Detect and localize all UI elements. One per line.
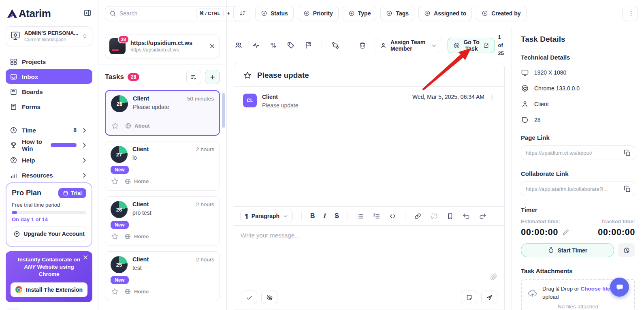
- sidebar-collapse-icon[interactable]: [83, 9, 92, 19]
- star-icon[interactable]: [111, 232, 119, 241]
- activity-icon[interactable]: [252, 41, 260, 49]
- install-extension-button[interactable]: Install The Extension: [11, 282, 87, 297]
- copy-icon[interactable]: [623, 185, 631, 193]
- wordpress-icon: W: [453, 42, 460, 49]
- unlink-button[interactable]: [430, 212, 438, 220]
- workspace-selector[interactable]: ADMIN'S PERSONA... Current Workspace: [6, 26, 92, 46]
- search-input[interactable]: [119, 10, 193, 17]
- star-icon[interactable]: [111, 122, 119, 130]
- internal-note-toggle-button[interactable]: [261, 291, 277, 304]
- sidebar-item-how-to-win[interactable]: How to Win: [6, 138, 92, 152]
- attach-file-icon[interactable]: [490, 273, 498, 281]
- add-task-button[interactable]: [205, 70, 220, 84]
- sidebar-item-inbox[interactable]: Inbox: [6, 69, 92, 84]
- sidebar-item-help[interactable]: Help: [6, 153, 92, 167]
- task-avatar: 26: [111, 201, 128, 218]
- workspace-name: ADMIN'S PERSONA...: [24, 30, 78, 36]
- page-link-input[interactable]: [526, 150, 620, 156]
- redo-button[interactable]: [479, 212, 486, 220]
- task-list-scrollbar[interactable]: [222, 93, 225, 128]
- task-age: 2 hours: [196, 257, 214, 263]
- promo-text: Instantly Collaborate on ANY Website usi…: [11, 256, 87, 278]
- how-to-win-progress-bar: [51, 143, 77, 147]
- workspace-subtitle: Current Workspace: [24, 37, 78, 43]
- strikethrough-button[interactable]: S: [335, 212, 339, 220]
- flag-icon[interactable]: [304, 41, 312, 49]
- filter-assigned-to[interactable]: Assigned to: [418, 6, 472, 21]
- mark-complete-button[interactable]: [241, 291, 257, 304]
- go-to-task-button[interactable]: W Go To Task: [448, 38, 495, 53]
- help-icon: [10, 156, 17, 164]
- globe-icon: [124, 178, 131, 185]
- bullet-list-button[interactable]: [356, 212, 364, 220]
- live-chat-button[interactable]: [610, 278, 629, 297]
- detail-resolution: 1920 X 1080: [521, 68, 635, 77]
- paragraph-style-select[interactable]: ¶ Paragraph: [240, 210, 293, 222]
- sidebar-item-forms[interactable]: Forms: [6, 99, 92, 114]
- inbox-icon: [10, 73, 17, 81]
- calendar-icon: [63, 190, 68, 196]
- note-icon: [466, 294, 473, 301]
- upgrade-account-button[interactable]: Upgrade Your Account: [12, 227, 86, 241]
- bar-chart-icon: [10, 171, 17, 179]
- git-compare-icon[interactable]: [331, 41, 339, 49]
- task-page: Home: [124, 288, 149, 295]
- ordered-list-button[interactable]: [373, 212, 380, 220]
- remove-site-filter-icon[interactable]: [209, 43, 215, 49]
- italic-button[interactable]: I: [324, 212, 326, 220]
- choose-files-link[interactable]: Choose files: [581, 286, 613, 292]
- filter-status[interactable]: Status: [255, 6, 294, 21]
- sort-updown-icon[interactable]: [269, 41, 277, 49]
- task-card-27[interactable]: 27 Client 2 hours lo New Home: [105, 141, 220, 191]
- message-input[interactable]: Write your message...: [234, 226, 504, 285]
- bold-button[interactable]: B: [310, 212, 315, 220]
- workspace-icon: [10, 30, 21, 43]
- link-button[interactable]: [414, 212, 422, 220]
- send-button[interactable]: [481, 291, 497, 304]
- filter-type[interactable]: Type: [343, 6, 377, 21]
- assign-team-member-select[interactable]: Assign Team Member: [375, 38, 442, 53]
- sidebar-item-resources[interactable]: Resources: [6, 168, 92, 182]
- sidebar-item-boards[interactable]: Boards: [6, 84, 92, 99]
- more-options-button[interactable]: [622, 6, 638, 21]
- circle-plus-icon: [348, 10, 355, 17]
- bookmark-button[interactable]: [446, 212, 454, 220]
- task-card-25[interactable]: 25 Client 2 hours test New Home: [105, 251, 220, 301]
- trash-icon[interactable]: [358, 41, 367, 49]
- task-card-26[interactable]: 26 Client 2 hours pro test New Home: [105, 196, 220, 246]
- task-age: 50 minutes: [187, 96, 214, 102]
- brand-name: Atarim: [19, 7, 51, 20]
- task-card-28[interactable]: 28 Client 50 minutes Please update About: [105, 90, 220, 136]
- sidebar-item-projects[interactable]: Projects: [6, 54, 92, 69]
- notes-button[interactable]: [461, 291, 477, 304]
- close-icon[interactable]: [83, 254, 88, 260]
- person-icon: [521, 100, 529, 108]
- page-link-label: Page Link: [521, 134, 635, 141]
- cloud-upload-icon: [527, 288, 538, 298]
- undo-button[interactable]: [463, 212, 470, 220]
- sidebar-item-label: Time: [22, 127, 36, 134]
- filter-tags[interactable]: Tags: [380, 6, 414, 21]
- copy-icon[interactable]: [623, 149, 631, 157]
- tasks-sort-filter-button[interactable]: [186, 70, 201, 84]
- edit-pencil-icon[interactable]: [562, 229, 569, 236]
- star-icon[interactable]: [111, 287, 119, 296]
- trial-progress-label: On day 1 of 14: [12, 216, 86, 222]
- tag-icon[interactable]: [287, 41, 295, 49]
- sidebar-item-time[interactable]: Time 8: [6, 123, 92, 137]
- search-box[interactable]: ⌘ / CTRL + K: [105, 6, 247, 21]
- star-icon[interactable]: [111, 177, 119, 186]
- start-timer-button[interactable]: Start Timer: [521, 243, 614, 257]
- manual-time-entry-button[interactable]: [618, 243, 635, 257]
- sort-button[interactable]: [233, 6, 251, 21]
- pro-plan-title: Pro Plan: [12, 189, 41, 197]
- filter-created-by[interactable]: Created by: [476, 6, 526, 21]
- star-icon[interactable]: [243, 71, 252, 80]
- site-filter-card[interactable]: 28 https://upsidium.ct.ws https://upsidi…: [105, 34, 220, 58]
- detail-browser: Chrome 133.0.0.0: [521, 84, 635, 92]
- filter-priority[interactable]: Priority: [298, 6, 339, 21]
- code-button[interactable]: [389, 212, 397, 220]
- collaborate-link-input[interactable]: [526, 186, 620, 192]
- assignees-icon[interactable]: [235, 41, 243, 49]
- message-menu-icon[interactable]: [488, 94, 495, 100]
